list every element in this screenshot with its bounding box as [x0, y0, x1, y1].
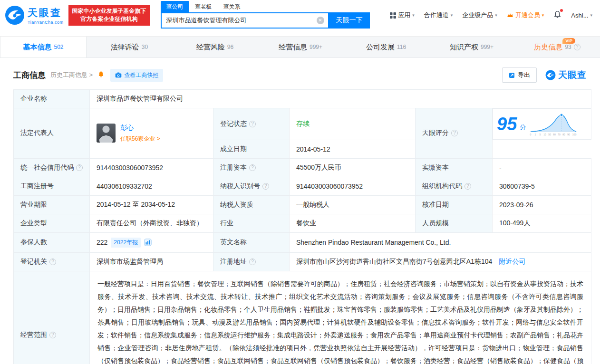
trend-chart-icon[interactable] — [144, 239, 152, 246]
tab-company-development[interactable]: 公司发展 116 — [343, 37, 429, 57]
tianyancha-watermark: 天眼查 — [545, 69, 587, 81]
business-snapshot-button[interactable]: 查看工商快照 — [110, 69, 163, 82]
tab-label: 经营风险 — [196, 43, 225, 52]
help-icon[interactable] — [49, 259, 56, 265]
search-tabs: 查公司 查老板 查关系 — [161, 1, 370, 12]
table-row: 登记机关 深圳市市场监督管理局 注册地址 深圳市南山区沙河街道香山街社区文昌南街… — [14, 252, 591, 271]
tianyancha-logo-icon — [5, 5, 25, 25]
table-row: 参保人数 222 2022年报 英文名称 Shenzhen Pindao Res… — [14, 232, 591, 252]
tab-label: 基本信息 — [23, 43, 51, 52]
field-value-taxpayer-id: 914403003060073952 — [290, 177, 416, 195]
score-axis-tick: 10 — [544, 133, 547, 136]
tab-intellectual-property[interactable]: 知识产权 999+ — [429, 37, 514, 57]
tab-operating-risk[interactable]: 经营风险 96 — [172, 37, 258, 57]
nav-vip-label: 开通会员 — [515, 11, 540, 19]
nav-cooperation-label: 合作通道 — [424, 11, 449, 19]
field-label-company-type: 企业类型 — [14, 214, 90, 232]
export-button[interactable]: 导出 — [502, 67, 537, 83]
search-input[interactable] — [162, 13, 328, 28]
nav-enterprise-label: 企业级产品 — [462, 11, 493, 19]
help-icon[interactable] — [249, 164, 256, 171]
company-section-tabs: 基本信息 502 法律诉讼 30 经营风险 96 经营信息 999+ 公司发展 … — [0, 36, 600, 58]
logo-domain: TianYanCha.com — [28, 20, 64, 25]
nav-cooperation[interactable]: 合作通道 ▾ — [424, 11, 453, 19]
table-row: 企业类型 有限责任公司（外商投资、非独资） 行业 餐饮业 人员规模 100-49… — [14, 214, 591, 232]
search-tab-boss[interactable]: 查老板 — [189, 1, 218, 12]
field-label-text: 纳税人识别号 — [220, 182, 260, 191]
help-icon[interactable] — [249, 259, 256, 265]
clear-search-icon[interactable]: ✕ — [317, 17, 324, 24]
tab-label: 公司发展 — [366, 43, 395, 52]
field-label-reg-address: 注册地址 — [213, 252, 290, 271]
field-label-business-scope: 经营范围 — [14, 271, 90, 364]
nav-vip[interactable]: 开通会员 ▾ — [507, 11, 544, 19]
tab-count: 96 — [227, 44, 233, 50]
tianyancha-logo[interactable]: 天眼查 TianYanCha.com — [5, 5, 64, 25]
field-label-text: 统一社会信用代码 — [20, 163, 74, 172]
field-label-score: 天眼评分 — [416, 108, 493, 159]
help-icon[interactable] — [465, 183, 471, 190]
field-value-taxpayer-quality: 一般纳税人 — [290, 195, 416, 214]
export-button-label: 导出 — [518, 71, 530, 79]
field-value-approval-date: 2023-09-26 — [493, 195, 591, 214]
field-label-legal-rep: 法定代表人 — [14, 108, 90, 159]
help-icon[interactable] — [249, 121, 256, 127]
table-row: 统一社会信用代码 914403003060073952 注册资本 45500万人… — [14, 158, 591, 177]
history-registration-link[interactable]: 历史工商信息 > — [50, 71, 93, 79]
tab-count: 116 — [397, 44, 406, 50]
nav-apps-label: 应用 — [398, 11, 410, 19]
monitor-bell-icon[interactable] — [97, 71, 105, 80]
annual-report-link[interactable]: 2022年报 — [111, 238, 141, 248]
score-axis-tick: 90 — [568, 133, 571, 136]
field-label-reg-number: 工商注册号 — [14, 177, 90, 195]
nav-enterprise[interactable]: 企业级产品 ▾ — [462, 11, 497, 19]
field-value-business-term: 2014-05-12 至 2034-05-12 — [90, 195, 213, 214]
help-icon[interactable] — [262, 183, 269, 190]
legal-rep-name-link[interactable]: 彭心 — [120, 124, 160, 132]
field-label-taxpayer-id: 纳税人识别号 — [213, 177, 290, 195]
field-label-approval-date: 核准日期 — [416, 195, 493, 214]
score-axis-tick: 80 — [563, 133, 566, 136]
search-tab-relation[interactable]: 查关系 — [218, 1, 246, 12]
help-icon[interactable] — [574, 44, 581, 50]
nav-user-menu[interactable]: Ashl... ▾ — [571, 12, 592, 19]
field-label-text: 经营范围 — [20, 331, 47, 339]
score-axis-tick: 100 — [572, 133, 577, 136]
legal-rep-companies-link[interactable]: 任职56家企业 > — [120, 135, 160, 142]
gov-badge-line1: 国家中小企业发展子基金旗下 — [72, 7, 146, 15]
field-label-text: 注册地址 — [220, 258, 247, 266]
status-badge: 存续 — [296, 120, 310, 127]
help-icon[interactable] — [451, 130, 458, 136]
field-label-paid-capital: 实缴资本 — [416, 158, 493, 177]
nav-apps[interactable]: 应用 ▾ — [390, 11, 415, 19]
top-nav: 应用 ▾ 合作通道 ▾ 企业级产品 ▾ 开通会员 ▾ Ashl... — [390, 10, 592, 20]
tab-basic-info[interactable]: 基本信息 502 — [0, 37, 87, 57]
field-label-est-date: 成立日期 — [213, 140, 290, 158]
table-row: 企业名称 深圳市品道餐饮管理有限公司 — [14, 90, 591, 108]
chevron-down-icon: ▾ — [495, 13, 497, 18]
tab-business-info[interactable]: 经营信息 999+ — [258, 37, 343, 57]
field-label-credit-code: 统一社会信用代码 — [14, 158, 90, 177]
watermark-label: 天眼查 — [558, 69, 587, 81]
legal-rep-avatar[interactable] — [97, 124, 116, 143]
search-button[interactable]: 天眼一下 — [329, 12, 370, 29]
section-title: 工商信息 — [13, 70, 46, 81]
table-row: 经营范围 一般经营项目是：日用百货销售；餐饮管理；互联网销售（除销售需要许可的商… — [14, 271, 591, 364]
field-value-staff-size: 100-499人 — [493, 214, 591, 232]
field-value-english-name: Shenzhen Pindao Restaurant Management Co… — [290, 232, 591, 252]
field-value-paid-capital: - — [493, 158, 591, 177]
notifications-bell[interactable] — [553, 10, 561, 20]
score-axis-tick: 5 — [540, 133, 541, 136]
tab-legal-proceedings[interactable]: 法律诉讼 30 — [87, 37, 172, 57]
tab-history-info[interactable]: VIP 历史信息 93 — [514, 37, 600, 57]
field-value-company-name: 深圳市品道餐饮管理有限公司 — [90, 90, 591, 108]
help-icon[interactable] — [76, 164, 83, 171]
table-row: 工商注册号 440306109332702 纳税人识别号 91440300306… — [14, 177, 591, 195]
score-unit: 分 — [520, 123, 526, 132]
field-label-taxpayer-quality: 纳税人资质 — [213, 195, 290, 214]
score-number: 95 — [497, 115, 517, 133]
field-label-text: 登记状态 — [220, 120, 247, 128]
nearby-companies-link[interactable]: 附近公司 — [499, 258, 525, 265]
help-icon[interactable] — [49, 332, 56, 338]
search-tab-company[interactable]: 查公司 — [161, 1, 189, 12]
